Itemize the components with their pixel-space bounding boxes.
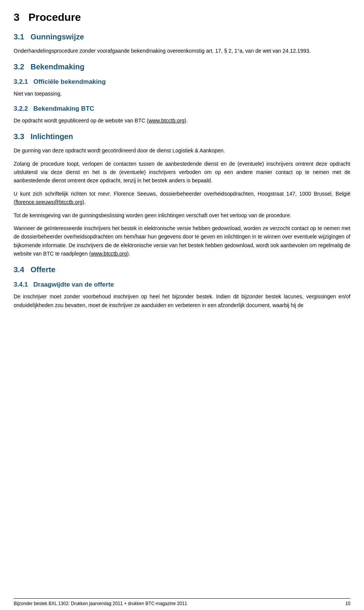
section-3-2-1-title: 3.2.1 Officiële bekendmaking [14,78,350,86]
section-3-3-para-3: Tot de kennisgeving van de gunningsbesli… [14,211,350,220]
btcctb-link[interactable]: www.btcctb.org [149,118,185,124]
chapter-title: 3 Procedure [14,11,350,24]
section-3-2-2-title: 3.2.2 Bekendmaking BTC [14,105,350,113]
footer-left-text: Bijzonder bestek BXL 1302: Drukken jaarv… [14,601,187,606]
section-3-2-2-para-0: De opdracht wordt gepubliceerd op de web… [14,116,350,125]
section-3-3-title: 3.3 Inlichtingen [14,132,350,141]
section-3-2-title: 3.2 Bekendmaking [14,63,350,71]
section-3-3-para-4: Wanneer de geïnteresseerde inschrijvers … [14,224,350,258]
section-3-1-title: 3.1 Gunningswijze [14,33,350,41]
footer-page-number: 10 [345,601,350,606]
page-container: 3 Procedure 3.1 Gunningswijze Onderhande… [0,0,364,337]
section-3-1-para-0: Onderhandelingsprocedure zonder voorafga… [14,47,350,55]
florence-email-link[interactable]: florence.seeuws@btcctb.org [16,199,83,205]
section-3-3-para-2: U kunt zich schriftelijk richten tot mev… [14,190,350,207]
page-footer: Bijzonder bestek BXL 1302: Drukken jaarv… [14,598,350,606]
btcctb-link-2[interactable]: www.btcctb.org [91,251,127,257]
section-3-4-1-title: 3.4.1 Draagwijdte van de offerte [14,281,350,289]
section-3-4-1-para-0: De inschrijver moet zonder voorbehoud in… [14,292,350,309]
section-3-3-para-1: Zolang de procedure loopt, verlopen de c… [14,160,350,185]
chapter-number: 3 [14,11,20,23]
section-3-3-para-0: De gunning van deze opdracht wordt gecoö… [14,146,350,155]
section-3-4-title: 3.4 Offerte [14,265,350,274]
section-3-2-1-para-0: Niet van toepassing. [14,89,350,98]
chapter-title-text: Procedure [28,11,81,23]
